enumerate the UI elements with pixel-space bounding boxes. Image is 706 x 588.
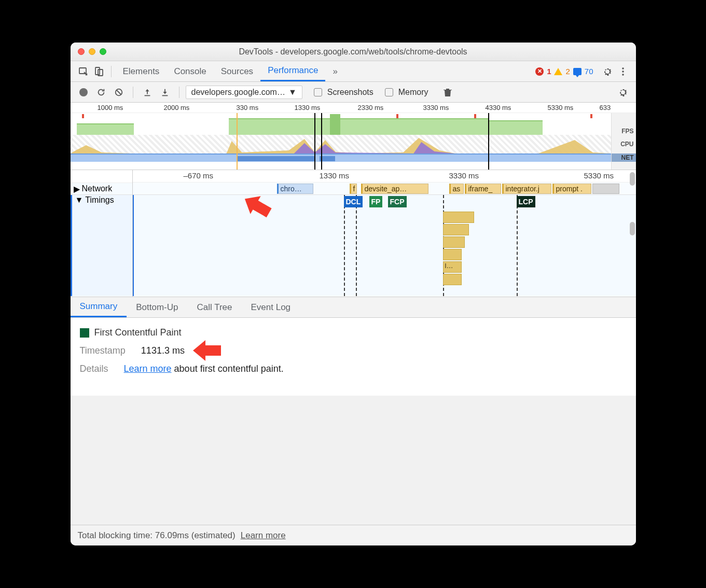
tab-sources[interactable]: Sources [214, 61, 260, 81]
timings-track-label: Timings [85, 195, 114, 205]
save-profile-icon[interactable] [157, 85, 173, 100]
toolbar-divider [179, 87, 179, 98]
network-request[interactable]: devsite_ap… [361, 184, 428, 194]
long-task-bar[interactable] [443, 274, 462, 285]
svg-rect-1 [95, 67, 100, 75]
svg-point-5 [622, 74, 624, 76]
kebab-menu-icon[interactable] [615, 64, 631, 79]
learn-more-link[interactable]: Learn more [124, 363, 172, 374]
track-headers: ▶ Network ▼ Timings [71, 170, 133, 297]
long-task-bar[interactable]: l… [443, 261, 462, 273]
long-task-bar[interactable] [443, 236, 465, 248]
network-track-header[interactable]: ▶ Network [71, 183, 132, 195]
reload-and-record-icon[interactable] [93, 85, 109, 100]
window-title: DevTools - developers.google.com/web/too… [71, 47, 636, 57]
memory-label: Memory [398, 88, 428, 97]
settings-icon[interactable] [600, 64, 615, 79]
summary-empty-area [71, 396, 636, 525]
network-request[interactable] [592, 184, 619, 194]
vertical-scrollbar[interactable] [630, 172, 635, 186]
timestamp-label: Timestamp [80, 345, 126, 356]
timing-tag-fcp[interactable]: FCP [388, 196, 407, 207]
ruler-gutter [71, 170, 132, 183]
performance-toolbar: developers.google.com… ▼ Screenshots Mem… [71, 82, 636, 103]
garbage-collect-icon[interactable] [440, 85, 455, 100]
network-request[interactable]: iframe_ [465, 184, 501, 194]
timestamp-value: 1131.3 ms [141, 345, 185, 356]
ruler-tick: 1000 ms [98, 104, 123, 111]
tab-more[interactable]: » [325, 61, 344, 81]
tab-bottom-up[interactable]: Bottom-Up [127, 297, 187, 317]
tab-elements[interactable]: Elements [116, 61, 167, 81]
fps-label: FPS [612, 113, 636, 135]
warning-icon [554, 68, 562, 75]
ruler-tick: 1330 ms [295, 104, 321, 111]
overview-selection[interactable] [314, 113, 322, 170]
ruler-tick: –670 ms [184, 171, 214, 180]
timings-track-header[interactable]: ▼ Timings [71, 195, 132, 296]
long-task-bar[interactable] [443, 224, 469, 235]
timing-tag-dcl[interactable]: DCL [344, 196, 363, 207]
inspect-element-icon[interactable] [76, 64, 91, 79]
toolbar-divider [111, 66, 112, 77]
flame-chart-area[interactable]: ▶ Network ▼ Timings –670 ms 1330 ms 3330… [71, 170, 636, 297]
clear-icon[interactable] [111, 85, 127, 100]
summary-title-row: First Contentful Paint [80, 327, 627, 338]
ruler-tick: 2330 ms [358, 104, 384, 111]
minimize-window-button[interactable] [89, 48, 95, 55]
tab-summary[interactable]: Summary [71, 297, 127, 317]
timing-tag-lcp[interactable]: LCP [517, 196, 535, 207]
error-icon: ✕ [535, 67, 544, 76]
status-bar: Total blocking time: 76.09ms (estimated)… [71, 525, 636, 545]
timing-line-dcl [344, 195, 345, 296]
summary-panel: First Contentful Paint Timestamp 1131.3 … [71, 318, 636, 525]
network-track: chro… f devsite_ap… as iframe_ integrato… [133, 183, 636, 195]
toolbar-divider [133, 87, 133, 98]
overview-cursor[interactable] [488, 113, 489, 170]
close-window-button[interactable] [78, 48, 85, 55]
console-status-badges[interactable]: ✕ 1 2 70 [535, 67, 593, 76]
maximize-window-button[interactable] [100, 48, 106, 55]
tab-performance[interactable]: Performance [260, 61, 325, 81]
blocking-time-text: Total blocking time: 76.09ms (estimated) [78, 530, 236, 541]
network-request[interactable]: as [449, 184, 464, 194]
svg-point-3 [622, 67, 624, 69]
network-request[interactable]: prompt . [552, 184, 591, 194]
network-request[interactable]: chro… [277, 184, 313, 194]
record-button[interactable] [76, 85, 91, 100]
recording-select[interactable]: developers.google.com… ▼ [186, 86, 302, 99]
details-tabs: Summary Bottom-Up Call Tree Event Log [71, 297, 636, 318]
expand-icon: ▶ [74, 184, 80, 194]
network-request[interactable]: f [350, 184, 357, 194]
message-icon [573, 68, 582, 75]
overview-body [71, 113, 611, 170]
capture-settings-icon[interactable] [615, 85, 631, 100]
devtools-main-toolbar: Elements Console Sources Performance » ✕… [71, 61, 636, 82]
ruler-tick: 2000 ms [164, 104, 190, 111]
timestamp-row: Timestamp 1131.3 ms [80, 345, 627, 356]
toggle-device-icon[interactable] [91, 64, 107, 79]
load-profile-icon[interactable] [140, 85, 155, 100]
long-task-bar[interactable] [443, 212, 474, 223]
tab-console[interactable]: Console [167, 61, 213, 81]
memory-checkbox[interactable] [385, 88, 393, 96]
long-task-bar[interactable] [443, 249, 462, 260]
overview-marker [237, 113, 238, 170]
network-request[interactable]: integrator.j [502, 184, 551, 194]
network-track-label: Network [82, 184, 113, 193]
screenshots-checkbox[interactable] [314, 88, 322, 96]
learn-more-link[interactable]: Learn more [241, 530, 286, 541]
vertical-scrollbar[interactable] [630, 222, 635, 235]
recording-select-value: developers.google.com… [191, 88, 285, 97]
tab-event-log[interactable]: Event Log [242, 297, 300, 317]
tab-call-tree[interactable]: Call Tree [187, 297, 241, 317]
event-color-swatch [80, 328, 89, 338]
collapse-icon: ▼ [75, 195, 84, 205]
ruler-tick: 4330 ms [486, 104, 511, 111]
overview-timeline[interactable]: 1000 ms 2000 ms 330 ms 1330 ms 2330 ms 3… [71, 103, 636, 170]
svg-point-4 [622, 71, 624, 73]
warning-count: 2 [565, 67, 570, 76]
timing-tag-fp[interactable]: FP [369, 196, 383, 207]
details-text: about first contentful paint. [172, 363, 284, 374]
timing-line-lcp [517, 195, 518, 296]
